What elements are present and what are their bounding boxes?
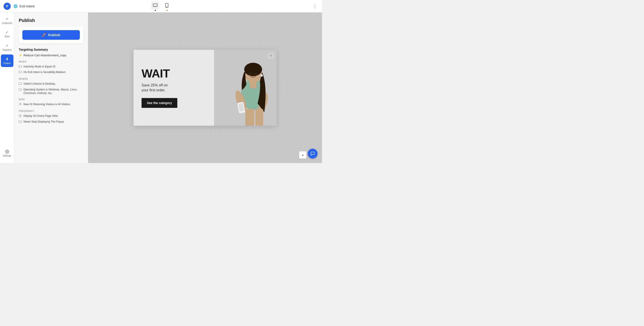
monitor-icon (19, 120, 22, 124)
desktop-indicator (155, 10, 156, 11)
targeting-item: Display On Every Page View. (19, 114, 84, 118)
popup-subtext: Save 25% off onyour first order. (142, 83, 206, 93)
popup-cta-button[interactable]: See the category (142, 98, 177, 108)
svg-point-32 (249, 73, 252, 75)
chevron-up-icon: ▲ (302, 154, 304, 157)
svg-rect-0 (153, 4, 157, 6)
svg-point-28 (244, 63, 262, 76)
chat-button[interactable] (308, 149, 318, 159)
monitor-icon (19, 88, 22, 92)
svg-rect-12 (19, 83, 22, 85)
preview-area: × WAIT Save 25% off onyour first order. … (88, 12, 322, 163)
globe-icon: 🌐 (14, 4, 18, 8)
woman-illustration (214, 50, 276, 126)
svg-rect-6 (19, 66, 22, 67)
scroll-up-button[interactable]: ▲ (299, 151, 306, 159)
desktop-device-button[interactable] (151, 1, 159, 9)
svg-point-33 (255, 73, 257, 75)
monitor-icon (19, 71, 22, 75)
svg-point-5 (6, 151, 8, 152)
targeting-item: Operating System is Windows, Macos, Linu… (19, 88, 84, 95)
top-bar-actions: ⋮ (311, 3, 318, 10)
mobile-device-button[interactable] (163, 1, 171, 9)
who-section: WHO New Or Returning Visitors is All Vis… (19, 98, 84, 107)
frequency-label: FREQUENCY (19, 110, 84, 112)
where-section: WHERE Visitor's Device is Desktop, (19, 78, 84, 95)
svg-rect-20 (19, 121, 22, 122)
targeting-summary-title: Targeting Summary (19, 48, 84, 51)
frequency-section: FREQUENCY Display On Every Page View. (19, 110, 84, 124)
sidebar-item-segment[interactable]: ✓ Segment (1, 41, 14, 54)
svg-rect-35 (245, 109, 254, 126)
clock-icon (19, 114, 22, 118)
sidebar-item-publish[interactable]: 4 Publish (1, 54, 14, 67)
sidebar-item-customize[interactable]: ✓ Customize (1, 14, 14, 27)
mobile-indicator (166, 10, 168, 11)
lightning-icon: ⚡ (19, 54, 22, 57)
when-label: WHEN (19, 60, 84, 63)
popup-heading: WAIT (142, 68, 206, 79)
person-icon (19, 103, 22, 107)
when-section: WHEN Inactivity Mode is Equal 15 (19, 60, 84, 75)
settings-icon (5, 150, 9, 154)
targeting-item: Never Stop Displaying The Popup (19, 120, 84, 124)
targeting-item: New Or Returning Visitors is All Visitor… (19, 103, 84, 107)
svg-rect-15 (19, 88, 22, 90)
popup-modal: × WAIT Save 25% off onyour first order. … (134, 50, 276, 126)
publish-button-container: 🚀 Publish (19, 26, 84, 43)
targeting-item: On Exit Intent is Sensibility:Medium (19, 70, 84, 75)
sidebar-item-style[interactable]: ✓ Style (1, 28, 14, 40)
publish-button[interactable]: 🚀 Publish (22, 30, 80, 40)
check-icon-segment: ✓ (6, 43, 8, 48)
targeting-summary: Targeting Summary ⚡ Reduce Cart Abandonm… (19, 48, 84, 57)
monitor-icon (19, 82, 22, 86)
panel-title: Publish (19, 18, 84, 23)
svg-point-4 (166, 7, 167, 7)
svg-point-34 (260, 74, 263, 77)
chat-icon (310, 151, 315, 156)
campaign-name: ⚡ Reduce Cart Abandonment_copy (19, 54, 84, 57)
sidebar-item-settings[interactable]: Settings (1, 147, 14, 160)
more-options-button[interactable]: ⋮ (311, 3, 318, 10)
monitor-icon (19, 65, 22, 69)
rocket-icon: 🚀 (42, 33, 46, 37)
popup-content: WAIT Save 25% off onyour first order. Se… (134, 50, 214, 126)
app-title: 🌐 Exit-Intent (14, 4, 35, 8)
check-icon-customize: ✓ (6, 17, 8, 21)
targeting-item: Visitor's Device is Desktop, (19, 82, 84, 86)
who-label: WHO (19, 98, 84, 101)
where-label: WHERE (19, 78, 84, 80)
targeting-item: Inactivity Mode is Equal 15 (19, 65, 84, 69)
top-bar: P 🌐 Exit-Intent (0, 0, 322, 12)
left-sidebar: ✓ Customize ✓ Style ✓ Segment 4 Publish … (0, 12, 14, 163)
popup-image (214, 50, 276, 126)
main-layout: ✓ Customize ✓ Style ✓ Segment 4 Publish … (0, 12, 322, 163)
popup-close-button[interactable]: × (268, 52, 274, 59)
svg-rect-36 (255, 109, 263, 126)
svg-rect-9 (19, 71, 22, 73)
publish-panel: Publish 🚀 Publish Targeting Summary ⚡ Re… (14, 12, 88, 163)
svg-rect-29 (250, 81, 256, 88)
app-logo[interactable]: P (4, 3, 11, 10)
check-icon-style: ✓ (6, 30, 8, 34)
svg-point-18 (20, 103, 21, 104)
device-switcher (151, 1, 171, 11)
popup-image-area (214, 50, 276, 126)
